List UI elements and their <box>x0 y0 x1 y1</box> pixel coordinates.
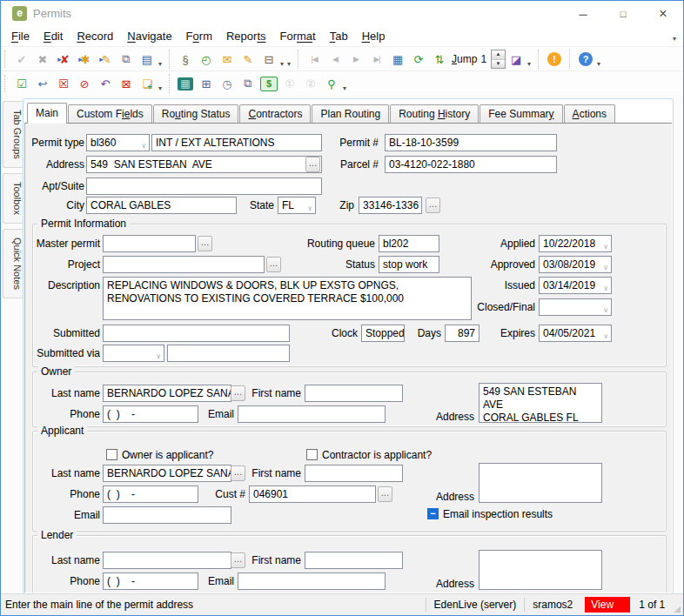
stop-page-button[interactable]: ⊘ <box>74 73 95 94</box>
cust-lookup-button[interactable]: … <box>378 486 392 502</box>
mail-button[interactable]: ✉ <box>217 49 238 70</box>
expires-date-combo[interactable]: 04/05/2021∨ <box>539 325 612 342</box>
group-overflow-icon[interactable]: ▾ <box>343 84 346 92</box>
menu-edit[interactable]: Edit <box>37 27 70 46</box>
owner-address-field[interactable]: 549 SAN ESTEBAN AVECORAL GABLES FL 33143 <box>479 383 602 423</box>
clock-field[interactable]: Stopped <box>361 325 405 342</box>
fees-money-button[interactable]: $ <box>258 73 279 94</box>
edit-record-button[interactable]: ▸✎ <box>95 49 116 70</box>
menu-help[interactable]: Help <box>355 27 392 46</box>
tab-routing-status[interactable]: Routing Status <box>153 104 239 123</box>
delete-page-button[interactable]: ☒ <box>53 73 74 94</box>
browse-grid-button[interactable]: ▦ <box>387 49 408 70</box>
master-permit-lookup-button[interactable]: … <box>198 236 212 251</box>
apt-suite-field[interactable] <box>86 177 322 195</box>
routing-queue-field[interactable]: bl202 <box>379 235 439 252</box>
menu-file[interactable]: File <box>4 27 37 46</box>
close-button[interactable]: × <box>643 1 683 27</box>
city-field[interactable]: CORAL GABLES <box>86 197 237 214</box>
submitted-field[interactable] <box>103 325 290 342</box>
tab-main[interactable]: Main <box>27 103 67 124</box>
master-permit-field[interactable] <box>103 235 196 252</box>
applicant-lookup-button[interactable]: … <box>231 465 245 481</box>
lender-first-name-field[interactable] <box>305 552 403 569</box>
permit-type-combo[interactable]: bl360∨ <box>86 134 150 151</box>
lender-phone-field[interactable]: ( ) - <box>103 572 198 590</box>
refresh-button[interactable]: ⟳ <box>408 49 429 70</box>
tab-actions[interactable]: Actions <box>564 104 615 123</box>
accept-record-icon[interactable]: ✔ <box>11 49 32 70</box>
tools-button[interactable]: ◪ <box>506 49 526 70</box>
jump-spinner[interactable]: ▲▼ <box>491 50 506 69</box>
group-overflow-icon[interactable]: ▾ <box>597 60 600 68</box>
time-clock-button[interactable]: ◷ <box>217 73 238 94</box>
history-button[interactable]: ◴ <box>196 49 217 70</box>
sort-button[interactable]: ⇅ <box>429 49 450 70</box>
tab-routing-history[interactable]: Routing History <box>390 104 479 123</box>
delete-record-button[interactable]: ▸✘ <box>53 49 74 70</box>
alerts-button[interactable]: ! <box>544 49 565 70</box>
nav-first-button[interactable]: |◀ <box>304 49 325 70</box>
tab-contractors[interactable]: Contractors <box>239 104 311 123</box>
inspector-button[interactable]: ⚲ <box>321 73 342 94</box>
group-overflow-icon[interactable]: ▾ <box>158 84 162 92</box>
applicant-address-field[interactable] <box>479 463 602 503</box>
group-overflow-icon[interactable]: ▾ <box>287 60 291 68</box>
help-button[interactable]: ? <box>575 49 596 70</box>
approved-date-combo[interactable]: 03/08/2019∨ <box>539 256 612 273</box>
project-lookup-button[interactable]: … <box>266 257 281 272</box>
tab-fee-summary[interactable]: Fee Summary <box>479 104 562 123</box>
print-dropdown-icon[interactable]: ▾ <box>280 60 284 68</box>
owner-first-name-field[interactable] <box>305 385 403 402</box>
spinner-down-icon[interactable]: ▼ <box>492 60 505 69</box>
contractor-is-applicant-checkbox[interactable] <box>306 449 318 460</box>
add-notes-button[interactable]: ❏+ <box>137 73 158 94</box>
maximize-button[interactable]: □ <box>603 1 643 27</box>
state-combo[interactable]: FL∨ <box>278 197 316 214</box>
menu-reports[interactable]: Reports <box>219 27 273 46</box>
new-record-button[interactable]: ▸✱ <box>74 49 95 70</box>
zip-lookup-button[interactable]: … <box>426 198 440 213</box>
group-overflow-icon[interactable]: ▾ <box>527 60 531 68</box>
nav-last-button[interactable]: ▶| <box>366 49 387 70</box>
lender-address-field[interactable] <box>479 550 602 590</box>
email-inspection-results-checkbox[interactable]: − <box>427 508 439 519</box>
owner-phone-field[interactable]: ( ) - <box>103 405 198 423</box>
gis-map-button[interactable]: ▦ <box>175 73 196 94</box>
edit-note-button[interactable]: ✎ <box>238 49 258 70</box>
owner-lookup-button[interactable]: … <box>231 385 245 401</box>
project-field[interactable] <box>103 256 265 273</box>
owner-last-name-field[interactable]: BERNARDO LOPEZ SANAB <box>103 385 231 402</box>
description-field[interactable]: REPLACING WINDOWS & DOORS, BLK UP EXSTG … <box>103 277 472 320</box>
menubar-overflow-icon[interactable]: ▾ <box>673 35 676 43</box>
side-tab-quick-notes[interactable]: Quick Notes <box>3 229 23 298</box>
menu-form[interactable]: Form <box>179 27 219 46</box>
submitted-via-combo[interactable]: ∨ <box>103 345 164 362</box>
applicant-first-name-field[interactable] <box>305 465 403 482</box>
address-field[interactable]: 549 SAN ESTEBAN AVE <box>86 156 322 173</box>
menu-navigate[interactable]: Navigate <box>120 27 178 46</box>
cancel-page-button[interactable]: ⊠ <box>116 73 137 94</box>
side-tab-tab-groups[interactable]: Tab Groups <box>3 101 23 168</box>
closed-final-date-combo[interactable]: ∨ <box>539 298 612 316</box>
menu-tab[interactable]: Tab <box>323 27 355 46</box>
cust-number-field[interactable]: 046901 <box>249 485 376 503</box>
submitted-via-detail-field[interactable] <box>167 345 290 362</box>
cancel-record-icon[interactable]: ✖ <box>32 49 53 70</box>
resize-grip[interactable]: ◢ <box>674 603 681 615</box>
menu-record[interactable]: Record <box>70 27 120 46</box>
print-button[interactable]: ⊟ <box>258 49 279 70</box>
issued-date-combo[interactable]: 03/14/2019∨ <box>539 277 612 294</box>
copy-special-button[interactable]: ⧉ <box>238 73 258 94</box>
toolbar-drag-grip[interactable] <box>4 50 7 68</box>
return-page-button[interactable]: ↩ <box>32 73 53 94</box>
calculator-button[interactable]: ⊞ <box>196 73 217 94</box>
tab-plan-routing[interactable]: Plan Routing <box>312 104 389 123</box>
group-overflow-icon[interactable]: ▾ <box>158 60 162 68</box>
minimize-button[interactable]: ─ <box>563 1 603 27</box>
owner-is-applicant-checkbox[interactable] <box>106 449 117 460</box>
permit-type-description-field[interactable]: INT / EXT ALTERATIONS <box>151 134 322 151</box>
attachments-button[interactable]: § <box>175 49 196 70</box>
nav-prev-button[interactable]: ◀ <box>325 49 345 70</box>
applicant-last-name-field[interactable]: BERNARDO LOPEZ SANAB <box>103 465 231 482</box>
